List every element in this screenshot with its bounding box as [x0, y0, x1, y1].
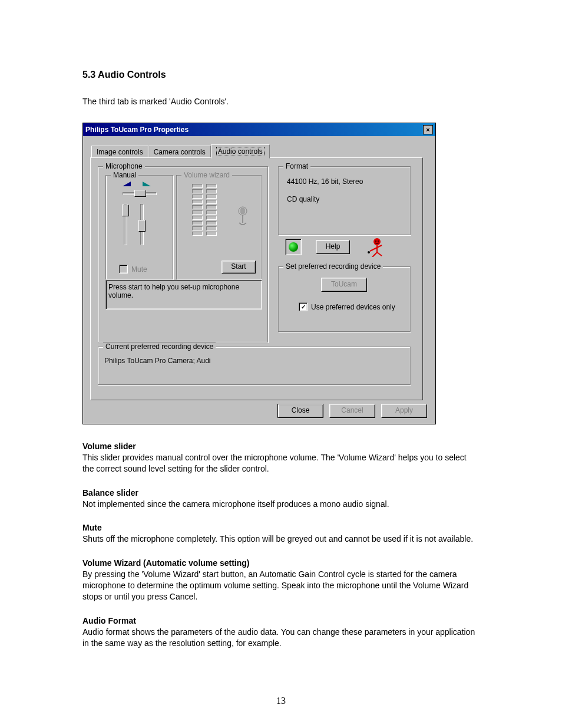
mute-checkbox-row: Mute [119, 265, 147, 274]
volume-wizard-group: Volume wizard Start [176, 175, 262, 280]
vu-meter [192, 184, 217, 236]
section-title: 5.3 Audio Controls [82, 70, 480, 80]
balance-icons [123, 182, 151, 186]
current-device-group: Current preferred recording device Phili… [98, 347, 411, 386]
tab-audio-controls[interactable]: Audio controls [211, 144, 270, 159]
volume-slider-left[interactable] [124, 204, 127, 245]
current-device-legend: Current preferred recording device [103, 342, 216, 351]
svg-point-10 [368, 251, 370, 253]
close-icon[interactable]: × [423, 125, 433, 134]
tab-row: Image controls Camera controls Audio con… [91, 143, 428, 157]
mute-label: Mute [131, 265, 147, 274]
manual-group: Manual [105, 175, 174, 280]
volume-wizard-legend: Volume wizard [181, 171, 232, 179]
wizard-hint: Press start to help you set-up microphon… [105, 280, 262, 309]
format-legend: Format [283, 162, 310, 170]
titlebar: Philips ToUcam Pro Properties × [83, 123, 435, 136]
svg-line-9 [377, 252, 382, 256]
svg-point-4 [378, 241, 379, 242]
tab-panel: Microphone Manual [90, 157, 423, 400]
tab-camera-controls[interactable]: Camera controls [148, 146, 211, 158]
manual-legend: Manual [111, 171, 138, 179]
section-intro: The third tab is marked 'Audio Controls'… [82, 97, 480, 106]
speaker-left-icon [123, 182, 131, 186]
wizard-character-icon [364, 237, 384, 257]
format-value: 44100 Hz, 16 bit, Stereo [287, 177, 363, 186]
close-button[interactable]: Close [277, 404, 323, 418]
volume-slider-right[interactable] [140, 204, 144, 245]
preferred-recording-legend: Set preferred recording device [283, 262, 383, 271]
status-led [285, 239, 302, 255]
speaker-right-icon [143, 182, 151, 186]
format-quality: CD quality [287, 195, 319, 203]
microphone-legend: Microphone [103, 162, 145, 170]
use-preferred-checkbox[interactable]: ✓ [299, 302, 308, 311]
use-preferred-row: ✓ Use preferred devices only [299, 302, 395, 311]
use-preferred-label: Use preferred devices only [311, 303, 395, 311]
properties-dialog: Philips ToUcam Pro Properties × Image co… [82, 123, 436, 424]
help-row: Help [285, 237, 384, 257]
start-button[interactable]: Start [222, 261, 256, 274]
page-number: 13 [82, 696, 480, 706]
tab-image-controls[interactable]: Image controls [91, 146, 148, 158]
svg-point-3 [375, 241, 376, 242]
format-group: Format 44100 Hz, 16 bit, Stereo CD quali… [278, 166, 411, 236]
dialog-title: Philips ToUcam Pro Properties [85, 126, 189, 134]
svg-line-7 [377, 245, 382, 248]
mute-checkbox[interactable] [119, 265, 128, 274]
balance-slider[interactable] [123, 192, 157, 195]
svg-point-2 [373, 238, 381, 245]
microphone-group: Microphone Manual [98, 166, 269, 343]
svg-line-6 [370, 248, 377, 251]
help-button[interactable]: Help [316, 240, 350, 254]
led-dot-icon [289, 242, 298, 252]
microphone-icon [233, 206, 252, 228]
svg-line-8 [372, 252, 377, 257]
toucam-button[interactable]: ToUcam [321, 278, 367, 292]
apply-button[interactable]: Apply [381, 404, 427, 418]
cancel-button[interactable]: Cancel [329, 404, 375, 418]
current-device-value: Philips ToUcam Pro Camera; Audi [104, 357, 211, 365]
preferred-recording-group: Set preferred recording device ToUcam ✓ … [278, 266, 411, 332]
description-text: Volume sliderThis slider provides manual… [82, 441, 480, 648]
